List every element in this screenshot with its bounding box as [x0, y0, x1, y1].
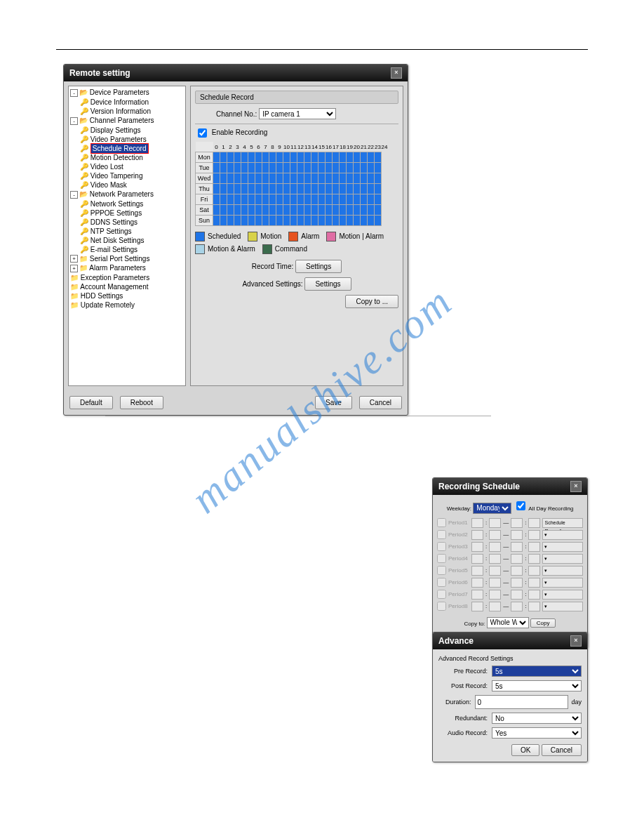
- schedule-cell[interactable]: [220, 152, 227, 163]
- schedule-cell[interactable]: [213, 205, 220, 216]
- schedule-cell[interactable]: [220, 205, 227, 216]
- schedule-cell[interactable]: [283, 205, 290, 216]
- all-day-checkbox[interactable]: [516, 501, 525, 510]
- tree-item[interactable]: Device Parameters: [90, 88, 149, 96]
- schedule-cell[interactable]: [255, 184, 262, 194]
- schedule-cell[interactable]: [347, 216, 354, 226]
- schedule-cell[interactable]: [290, 205, 297, 216]
- schedule-cell[interactable]: [276, 194, 283, 205]
- schedule-cell[interactable]: [326, 184, 333, 194]
- schedule-cell[interactable]: [262, 216, 269, 226]
- end-min[interactable]: [528, 530, 540, 540]
- schedule-cell[interactable]: [361, 163, 368, 173]
- schedule-cell[interactable]: [290, 163, 297, 173]
- period-checkbox[interactable]: [437, 590, 446, 599]
- schedule-cell[interactable]: [297, 194, 304, 205]
- schedule-cell[interactable]: [361, 152, 368, 163]
- schedule-cell[interactable]: [368, 184, 375, 194]
- post-record-select[interactable]: 5s: [492, 680, 582, 691]
- tree-item[interactable]: PPPOE Settings: [90, 209, 142, 217]
- schedule-cell[interactable]: [340, 173, 347, 184]
- schedule-cell[interactable]: [255, 216, 262, 226]
- tree-item[interactable]: NTP Settings: [90, 227, 132, 235]
- end-hour[interactable]: [511, 602, 523, 611]
- schedule-cell[interactable]: [276, 173, 283, 184]
- schedule-cell[interactable]: [276, 152, 283, 163]
- schedule-cell[interactable]: [255, 173, 262, 184]
- schedule-cell[interactable]: [304, 163, 311, 173]
- schedule-cell[interactable]: [290, 184, 297, 194]
- schedule-cell[interactable]: [241, 216, 248, 226]
- copy-button[interactable]: Copy: [530, 618, 556, 628]
- end-min[interactable]: [528, 566, 540, 576]
- end-hour[interactable]: [511, 566, 523, 576]
- schedule-cell[interactable]: [354, 152, 361, 163]
- close-icon[interactable]: ×: [570, 481, 582, 492]
- schedule-cell[interactable]: [340, 194, 347, 205]
- close-icon[interactable]: ×: [570, 635, 582, 647]
- schedule-cell[interactable]: [276, 163, 283, 173]
- schedule-cell[interactable]: [347, 205, 354, 216]
- schedule-cell[interactable]: [234, 152, 241, 163]
- end-hour[interactable]: [511, 542, 523, 552]
- schedule-cell[interactable]: [354, 216, 361, 226]
- record-type-select[interactable]: ▾: [542, 602, 583, 611]
- schedule-cell[interactable]: [283, 184, 290, 194]
- record-type-select[interactable]: ▾: [542, 530, 583, 540]
- cancel-button[interactable]: Cancel: [542, 744, 582, 756]
- schedule-cell[interactable]: [220, 184, 227, 194]
- schedule-cell[interactable]: [227, 216, 234, 226]
- schedule-cell[interactable]: [227, 152, 234, 163]
- schedule-cell[interactable]: [227, 205, 234, 216]
- tree-item[interactable]: Video Tampering: [90, 172, 143, 180]
- schedule-cell[interactable]: [340, 152, 347, 163]
- schedule-cell[interactable]: [333, 152, 340, 163]
- schedule-cell[interactable]: [269, 205, 276, 216]
- tree-item-selected[interactable]: Schedule Record: [90, 143, 149, 154]
- schedule-cell[interactable]: [262, 194, 269, 205]
- schedule-cell[interactable]: [248, 216, 255, 226]
- start-hour[interactable]: [471, 542, 483, 552]
- tree-item[interactable]: Exception Parameters: [81, 274, 149, 282]
- schedule-cell[interactable]: [283, 173, 290, 184]
- period-checkbox[interactable]: [437, 602, 446, 611]
- schedule-cell[interactable]: [304, 152, 311, 163]
- start-hour[interactable]: [471, 566, 483, 576]
- schedule-cell[interactable]: [375, 184, 382, 194]
- schedule-cell[interactable]: [311, 184, 318, 194]
- schedule-cell[interactable]: [333, 205, 340, 216]
- tree-item[interactable]: Network Parameters: [90, 190, 154, 198]
- schedule-cell[interactable]: [220, 194, 227, 205]
- start-hour[interactable]: [471, 602, 483, 611]
- schedule-cell[interactable]: [340, 216, 347, 226]
- settings-tree[interactable]: -📂 Device Parameters 🔑 Device Informatio…: [68, 86, 186, 386]
- channel-select[interactable]: IP camera 1: [259, 108, 336, 119]
- schedule-cell[interactable]: [283, 152, 290, 163]
- close-icon[interactable]: ×: [391, 67, 402, 79]
- schedule-cell[interactable]: [241, 184, 248, 194]
- end-min[interactable]: [528, 518, 540, 528]
- schedule-cell[interactable]: [262, 152, 269, 163]
- tree-item[interactable]: Account Management: [80, 283, 148, 291]
- schedule-cell[interactable]: [326, 173, 333, 184]
- record-type-select[interactable]: ▾: [542, 590, 583, 600]
- schedule-cell[interactable]: [333, 163, 340, 173]
- start-min[interactable]: [489, 590, 501, 600]
- tree-item[interactable]: Alarm Parameters: [89, 264, 146, 272]
- schedule-cell[interactable]: [269, 194, 276, 205]
- schedule-cell[interactable]: [234, 216, 241, 226]
- schedule-cell[interactable]: [340, 184, 347, 194]
- tree-item[interactable]: DDNS Settings: [90, 218, 137, 226]
- schedule-cell[interactable]: [347, 163, 354, 173]
- schedule-cell[interactable]: [361, 184, 368, 194]
- enable-recording-checkbox[interactable]: [198, 128, 207, 138]
- pre-record-select[interactable]: 5s: [492, 666, 582, 677]
- end-min[interactable]: [528, 602, 540, 611]
- schedule-cell[interactable]: [269, 163, 276, 173]
- tree-item[interactable]: Video Lost: [90, 163, 123, 171]
- tree-item[interactable]: E-mail Settings: [90, 246, 137, 253]
- schedule-cell[interactable]: [318, 205, 326, 216]
- schedule-cell[interactable]: [375, 194, 382, 205]
- start-min[interactable]: [489, 578, 501, 588]
- schedule-cell[interactable]: [361, 216, 368, 226]
